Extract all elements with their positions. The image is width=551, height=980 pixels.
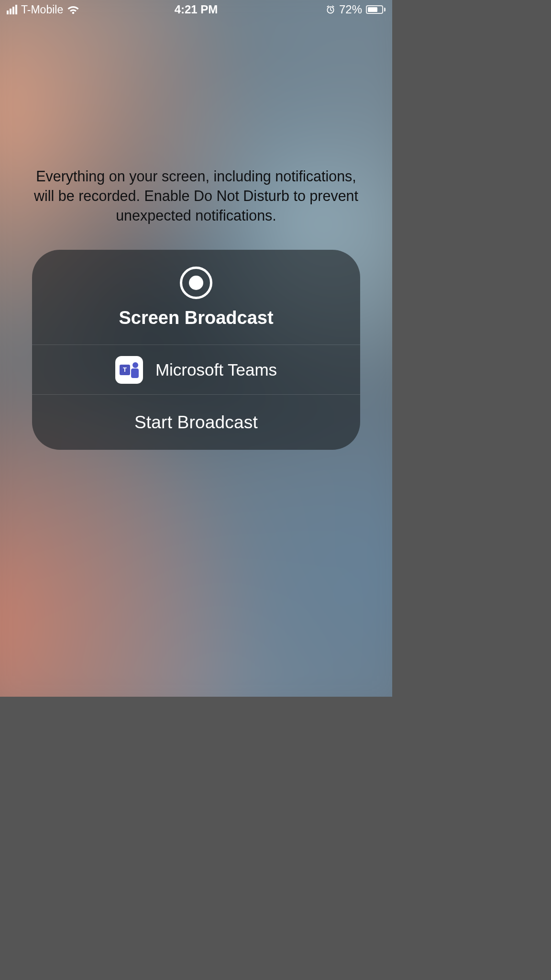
cellular-signal-icon	[7, 5, 17, 14]
alarm-icon	[326, 5, 335, 14]
start-broadcast-button[interactable]: Start Broadcast	[32, 394, 360, 450]
status-bar: T-Mobile 4:21 PM 72%	[0, 0, 392, 19]
card-title: Screen Broadcast	[119, 308, 273, 328]
battery-icon	[366, 5, 386, 14]
teams-app-icon: T	[115, 356, 143, 384]
app-name-label: Microsoft Teams	[155, 360, 277, 379]
broadcast-picker-card: Screen Broadcast T Microsoft Teams Start…	[32, 250, 360, 450]
carrier-label: T-Mobile	[21, 3, 63, 16]
battery-percentage: 72%	[339, 3, 362, 16]
screen-record-icon	[180, 267, 212, 299]
card-header: Screen Broadcast	[32, 250, 360, 345]
teams-glyph-letter: T	[120, 365, 130, 375]
wifi-icon	[67, 5, 79, 14]
clock: 4:21 PM	[175, 3, 218, 16]
svg-point-0	[72, 12, 75, 14]
start-broadcast-label: Start Broadcast	[134, 412, 258, 433]
app-row-microsoft-teams[interactable]: T Microsoft Teams	[32, 345, 360, 394]
broadcast-warning-text: Everything on your screen, including not…	[0, 167, 392, 226]
battery-fill	[368, 7, 377, 12]
